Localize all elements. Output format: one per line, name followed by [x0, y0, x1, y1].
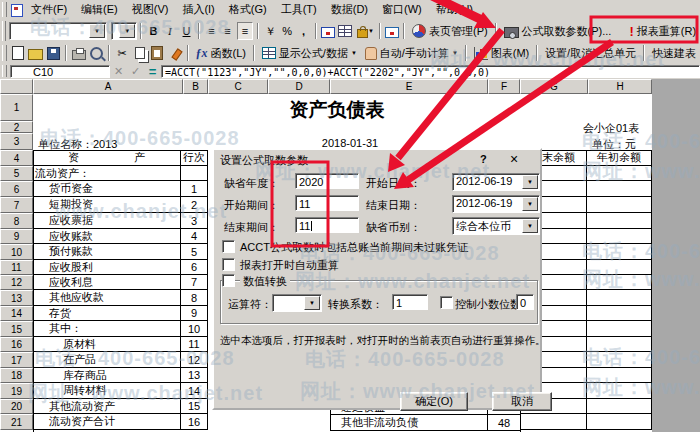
line-number-cell-10[interactable]: 5 — [181, 244, 208, 260]
operator-combo[interactable]: ▼ — [272, 294, 322, 312]
asset-row-cell-18[interactable]: 库存商品 — [33, 368, 181, 383]
acct-checkbox[interactable] — [222, 240, 235, 253]
paste-icon[interactable] — [149, 45, 165, 61]
column-header-B[interactable]: B — [183, 79, 208, 94]
currency-combo[interactable]: 综合本位币 ▼ — [452, 217, 540, 235]
row-header-20[interactable]: 20 — [0, 399, 33, 414]
menu-item-6[interactable]: 工具(T) — [274, 0, 324, 19]
asset-row-cell-15[interactable]: 其中： — [33, 321, 181, 337]
decimal-input[interactable]: 0 — [516, 294, 534, 310]
start-period-input[interactable]: 11 — [295, 195, 359, 211]
asset-row-cell-21[interactable]: 流动资产合计 — [33, 414, 181, 430]
align-center-icon[interactable]: ≡ — [220, 23, 235, 39]
function-button[interactable]: ƒx 函数(L) — [192, 45, 250, 62]
factor-input[interactable]: 1 — [392, 294, 428, 310]
chevron-down-icon[interactable]: ▼ — [119, 24, 135, 38]
auto-manual-calc-button[interactable]: 自动/手动计算 ▼ — [361, 45, 462, 62]
begin-balance-cell[interactable] — [587, 368, 652, 383]
line-number-cell-21[interactable]: 16 — [181, 414, 208, 430]
asset-row-cell-20[interactable]: 其他流动资产 — [33, 399, 181, 414]
name-box[interactable]: C10 — [10, 65, 110, 78]
begin-balance-cell[interactable] — [587, 197, 652, 213]
asset-row-cell-13[interactable]: 其他应收款 — [33, 290, 181, 306]
print-preview-icon[interactable] — [89, 45, 105, 61]
asset-row-cell-16[interactable]: 原材料 — [33, 337, 181, 352]
menu-item-7[interactable]: 数据(D) — [324, 0, 375, 19]
row-header-2[interactable]: 2 — [0, 121, 33, 133]
start-date-combo[interactable]: 2012-06-19 ▼ — [452, 173, 540, 191]
font-family-combo[interactable]: ▼ — [9, 22, 107, 40]
open-file-icon[interactable] — [28, 45, 44, 61]
align-left-icon[interactable]: ≡ — [204, 23, 219, 39]
begin-balance-cell[interactable] — [587, 275, 652, 290]
line-number-cell-13[interactable]: 8 — [181, 290, 208, 306]
menu-item-8[interactable]: 窗口(W) — [375, 0, 429, 19]
format-painter-icon[interactable] — [167, 45, 183, 61]
row-header-18[interactable]: 18 — [0, 368, 33, 383]
chevron-down-icon[interactable]: ▼ — [304, 296, 320, 310]
toolbar-handle[interactable] — [2, 21, 6, 40]
chevron-down-icon[interactable]: ▼ — [522, 219, 538, 233]
column-header-C[interactable]: C — [208, 79, 268, 94]
chevron-down-icon[interactable]: ▼ — [522, 197, 538, 211]
borders-icon[interactable] — [337, 23, 352, 39]
column-header-D[interactable]: D — [268, 79, 330, 94]
asset-row-cell-14[interactable]: 存货 — [33, 306, 181, 321]
row-header-16[interactable]: 16 — [0, 337, 33, 352]
currency-style-icon[interactable]: ￥ — [263, 23, 278, 39]
line-number-cell-15[interactable]: 10 — [181, 321, 208, 337]
show-formula-data-button[interactable]: 显示公式/数据 ▼ — [258, 45, 361, 62]
row-header-6[interactable]: 6 — [0, 181, 33, 197]
print-icon[interactable] — [71, 45, 87, 61]
line-number-header-cell[interactable]: 行次 — [181, 150, 208, 166]
row-header-13[interactable]: 13 — [0, 290, 33, 306]
begin-balance-cell[interactable] — [587, 321, 652, 337]
report-recalc-button[interactable]: ! 报表重算(R) — [625, 23, 700, 40]
begin-balance-cell[interactable] — [587, 306, 652, 321]
underline-button[interactable]: U — [179, 23, 194, 39]
formula-params-button[interactable]: 公式取数参数(P)... — [500, 23, 616, 40]
liability-row-cell[interactable]: 其他非流动负债 — [330, 414, 488, 431]
begin-balance-cell[interactable] — [587, 229, 652, 244]
percent-style-icon[interactable]: % — [280, 23, 295, 39]
begin-balance-cell[interactable] — [587, 213, 652, 229]
end-period-input[interactable]: 11 — [295, 217, 359, 233]
summary-cell-button[interactable]: 设置/取消汇总单元 — [541, 45, 640, 62]
line-number-cell-11[interactable]: 6 — [181, 260, 208, 275]
row-header-5[interactable]: 5 — [0, 166, 33, 181]
asset-row-cell-19[interactable]: 周转材料 — [33, 383, 181, 399]
ok-button[interactable]: 确定(O) — [400, 392, 468, 411]
lock-cell-icon[interactable]: ▼ — [354, 23, 375, 39]
end-balance-cell[interactable] — [520, 414, 587, 430]
begin-balance-cell[interactable] — [587, 260, 652, 275]
comma-style-icon[interactable]: , — [296, 23, 311, 39]
row-header-7[interactable]: 7 — [0, 197, 33, 213]
row-header-11[interactable]: 11 — [0, 260, 33, 275]
column-header-F[interactable]: F — [488, 79, 520, 94]
formula-input[interactable]: =ACCT("1123","JY","",0,0,0)+ACCT("2202",… — [161, 65, 700, 78]
line-number-cell-14[interactable]: 9 — [181, 306, 208, 321]
line-number-cell-17[interactable]: 12 — [181, 352, 208, 368]
merge-cells-icon[interactable] — [321, 23, 336, 39]
column-header-H[interactable]: H — [588, 79, 652, 94]
end-date-combo[interactable]: 2012-06-19 ▼ — [452, 195, 540, 213]
begin-balance-cell[interactable] — [587, 290, 652, 306]
bold-button[interactable]: B — [146, 23, 161, 39]
menu-item-2[interactable]: 编辑(E) — [74, 0, 125, 19]
line-number-cell-20[interactable]: 15 — [181, 399, 208, 414]
decimal-checkbox[interactable] — [440, 296, 453, 309]
copy-icon[interactable] — [132, 45, 148, 61]
auto-recalc-checkbox[interactable] — [222, 258, 235, 271]
row-header-12[interactable]: 12 — [0, 275, 33, 290]
asset-row-cell-5[interactable]: 流动资产： — [33, 166, 181, 181]
begin-balance-cell[interactable] — [587, 181, 652, 197]
menu-item-4[interactable]: 插入(I) — [175, 0, 221, 19]
line-number-cell-7[interactable]: 2 — [181, 197, 208, 213]
row-header-4[interactable]: 4 — [0, 150, 33, 166]
cut-icon[interactable]: ✂ — [114, 45, 130, 61]
row-header-19[interactable]: 19 — [0, 383, 33, 399]
line-number-cell-9[interactable]: 4 — [181, 229, 208, 244]
close-icon[interactable]: × — [510, 151, 518, 167]
asset-row-cell-9[interactable]: 应收账款 — [33, 229, 181, 244]
chevron-down-icon[interactable]: ▼ — [89, 24, 105, 38]
